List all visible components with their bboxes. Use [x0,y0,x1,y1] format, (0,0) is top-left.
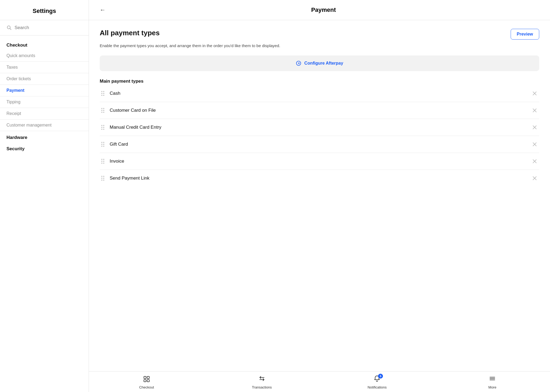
drag-handle[interactable] [100,158,106,165]
sidebar: Settings Checkout Quick amounts Taxes Or… [0,0,89,392]
payment-item-name: Customer Card on File [110,108,526,113]
transactions-nav-icon-wrapper [258,375,266,384]
back-button[interactable]: ← [100,5,108,15]
sidebar-item-customer-management[interactable]: Customer management [0,120,89,131]
payment-item-name: Send Payment Link [110,176,526,181]
payment-list-item: Manual Credit Card Entry [100,119,539,136]
drag-dot [103,178,104,179]
close-icon [532,142,537,147]
drag-dot [101,161,102,162]
close-icon [532,159,537,164]
close-icon [532,108,537,113]
drag-dot [103,180,104,181]
drag-handle[interactable] [100,90,106,97]
checkout-nav-icon [143,375,150,382]
drag-dot [101,142,102,143]
afterpay-icon [296,60,302,66]
close-icon [532,91,537,96]
drag-dot [103,142,104,143]
sidebar-item-taxes[interactable]: Taxes [0,62,89,73]
search-icon [6,25,12,30]
drag-dot [103,110,104,111]
checkout-nav-icon-wrapper [143,375,150,384]
drag-dot [101,108,102,109]
drag-dot [101,178,102,179]
search-input[interactable] [15,25,82,30]
drag-dot [101,127,102,128]
remove-payment-button[interactable] [530,158,539,165]
drag-handle[interactable] [100,175,106,182]
remove-payment-button[interactable] [530,90,539,97]
payment-item-name: Manual Credit Card Entry [110,125,526,130]
svg-rect-16 [144,380,146,382]
payment-list: Cash [100,85,539,187]
sidebar-title: Settings [0,0,89,20]
drag-dot [101,180,102,181]
drag-dot [101,159,102,160]
close-icon [532,176,537,181]
sidebar-item-order-tickets[interactable]: Order tickets [0,73,89,85]
payment-list-item: Customer Card on File [100,102,539,119]
main-header-title: Payment [108,6,539,13]
drag-dot [103,125,104,126]
drag-dot [101,91,102,92]
bottom-nav: Checkout Transactions 5Notifications Mor… [89,371,550,392]
drag-dot [103,161,104,162]
svg-rect-15 [147,376,149,379]
drag-dot [103,176,104,177]
drag-dot [103,129,104,130]
drag-dot [101,110,102,111]
sidebar-item-receipt[interactable]: Receipt [0,108,89,120]
drag-dot [101,95,102,96]
sidebar-section-checkout: Checkout [0,39,89,50]
configure-afterpay-label: Configure Afterpay [304,61,343,66]
notifications-nav-icon-wrapper: 5 [373,375,381,384]
payment-types-label: Main payment types [100,79,539,84]
drag-dot [103,112,104,113]
main-body: All payment types Preview Enable the pay… [89,20,550,371]
drag-dot [101,146,102,147]
remove-payment-button[interactable] [530,175,539,182]
payment-item-name: Cash [110,91,526,96]
remove-payment-button[interactable] [530,124,539,131]
drag-dot [101,163,102,164]
drag-dot [103,91,104,92]
remove-payment-button[interactable] [530,107,539,114]
more-nav-icon [489,375,496,382]
bottom-nav-item-transactions[interactable]: Transactions [204,372,320,392]
bottom-nav-label-more: More [488,385,496,389]
preview-button[interactable]: Preview [511,29,539,40]
drag-handle[interactable] [100,107,106,114]
payment-list-item: Send Payment Link [100,170,539,187]
transactions-nav-icon [258,375,266,382]
sidebar-item-quick-amounts[interactable]: Quick amounts [0,50,89,62]
drag-dot [101,129,102,130]
sidebar-item-tipping[interactable]: Tipping [0,96,89,108]
drag-handle[interactable] [100,124,106,131]
bottom-nav-item-notifications[interactable]: 5Notifications [320,372,435,392]
bottom-nav-item-more[interactable]: More [435,372,550,392]
section-title: All payment types [100,29,160,37]
more-nav-icon-wrapper [489,375,496,384]
bottom-nav-label-notifications: Notifications [368,385,387,389]
drag-dot [103,127,104,128]
payment-item-name: Invoice [110,159,526,164]
configure-afterpay-button[interactable]: Configure Afterpay [100,55,539,71]
sidebar-section-security: Security [0,142,89,154]
drag-dot [101,125,102,126]
drag-dot [103,95,104,96]
notification-badge: 5 [378,374,383,379]
drag-dot [101,176,102,177]
remove-payment-button[interactable] [530,141,539,148]
section-description: Enable the payment types you accept, and… [100,43,539,49]
main-header: ← Payment [89,0,550,20]
drag-dot [103,159,104,160]
drag-dot [103,144,104,145]
drag-handle[interactable] [100,141,106,148]
drag-dot [103,108,104,109]
svg-rect-17 [147,380,149,382]
bottom-nav-item-checkout[interactable]: Checkout [89,372,204,392]
sidebar-item-payment[interactable]: Payment [0,85,89,96]
drag-dot [103,93,104,94]
svg-line-1 [10,29,11,30]
